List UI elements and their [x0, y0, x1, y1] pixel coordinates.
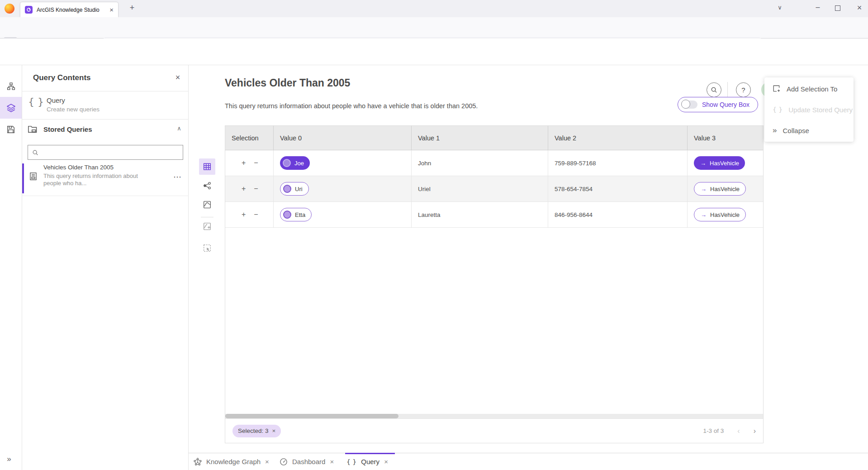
tab-close-icon[interactable]: ×	[265, 458, 269, 465]
left-rail: »	[0, 65, 22, 470]
app-header: Certification Project ? PL publisher2 la…	[0, 38, 868, 65]
menu-item-update-stored-query[interactable]: { } Update Stored Query	[764, 100, 854, 120]
toggle-switch[interactable]	[682, 101, 697, 109]
scrollbar-thumb[interactable]	[225, 414, 398, 418]
tab-knowledge-graph[interactable]: Knowledge Graph ×	[194, 453, 269, 470]
stored-query-description: This query returns information about peo…	[43, 173, 151, 187]
tab-close-icon[interactable]: ×	[384, 458, 388, 465]
panel-title: Query Contents	[33, 73, 91, 82]
row-remove-icon[interactable]: −	[254, 211, 258, 219]
sidebar-item-save[interactable]	[0, 119, 22, 140]
table-cell: Uriel	[412, 176, 548, 202]
node-icon	[283, 211, 291, 219]
view-link-chart-button[interactable]	[199, 177, 215, 194]
sidebar-item-layers[interactable]	[0, 97, 22, 119]
browser-tab[interactable]: ArcGIS Knowledge Studio ×	[20, 2, 118, 17]
pagination: 1-3 of 3 ‹ ›	[703, 427, 756, 435]
tab-close-icon[interactable]: ×	[330, 458, 334, 465]
sidebar-item-contents[interactable]	[0, 75, 22, 97]
stored-queries-search[interactable]	[28, 145, 183, 160]
add-selection-icon	[773, 85, 781, 93]
share-link-icon	[203, 182, 211, 190]
panel-close-icon[interactable]: ×	[173, 73, 182, 82]
table-cell: John	[412, 150, 548, 176]
view-map-button[interactable]	[199, 197, 215, 213]
entity-pill[interactable]: Uri	[280, 182, 309, 196]
window-close-button[interactable]: ×	[854, 3, 865, 13]
stored-queries-header[interactable]: Stored Queries ∧	[22, 122, 189, 141]
save-icon	[7, 125, 15, 134]
show-query-box-label: Show Query Box	[702, 101, 749, 108]
browser-toolbar: ← → ↻ https://dev0028833.esri.com/portal…	[0, 17, 868, 38]
expand-rail-icon[interactable]: »	[4, 455, 14, 464]
show-query-box-toggle[interactable]: Show Query Box	[678, 97, 758, 112]
stored-query-item[interactable]: Vehicles Older Than 2005 This query retu…	[22, 162, 189, 195]
table-cell-relationship: →HasVehicle	[688, 202, 763, 228]
item-menu-icon[interactable]: ⋯	[172, 172, 182, 182]
row-remove-icon[interactable]: −	[254, 159, 258, 167]
table-cell: 846-956-8644	[548, 202, 688, 228]
column-header[interactable]: Value 2	[548, 126, 688, 150]
window-minimize-button[interactable]: –	[812, 3, 823, 11]
arrow-right-icon: →	[701, 211, 707, 218]
new-query-item[interactable]: { } Query Create new queries	[22, 91, 189, 119]
braces-icon: { }	[28, 96, 44, 107]
toggle-knob	[681, 100, 690, 109]
entity-pill[interactable]: Etta	[280, 208, 312, 221]
selected-count-chip[interactable]: Selected: 3 ×	[232, 425, 281, 437]
column-header[interactable]: Value 1	[412, 126, 548, 150]
table-cell-relationship: →HasVehicle	[688, 176, 763, 202]
arrow-right-icon: →	[701, 186, 707, 192]
horizontal-scrollbar[interactable]	[225, 414, 763, 418]
row-add-icon[interactable]: +	[242, 159, 246, 167]
tab-dashboard[interactable]: Dashboard ×	[280, 453, 334, 470]
node-icon	[283, 159, 291, 167]
column-header[interactable]: Selection	[225, 126, 274, 150]
row-add-icon[interactable]: +	[242, 185, 246, 193]
knowledge-graph-icon	[194, 458, 202, 466]
menu-item-collapse[interactable]: » Collapse	[764, 120, 854, 140]
toolbar-divider	[201, 217, 213, 217]
relationship-pill[interactable]: →HasVehicle	[694, 208, 746, 221]
add-to-map-button[interactable]	[199, 218, 215, 235]
row-remove-icon[interactable]: −	[254, 185, 258, 193]
relationship-pill[interactable]: →HasVehicle	[694, 156, 745, 170]
view-table-button[interactable]	[199, 158, 215, 175]
window-maximize-button[interactable]	[835, 5, 840, 11]
help-button[interactable]: ?	[736, 82, 751, 97]
table-cell-entity: Etta	[274, 202, 412, 228]
braces-icon: { }	[773, 106, 783, 113]
query-title: Vehicles Older Than 2005	[225, 77, 350, 89]
search-input[interactable]	[42, 149, 179, 156]
node-icon	[283, 185, 291, 193]
search-button[interactable]	[707, 82, 721, 97]
column-header[interactable]: Value 0	[274, 126, 412, 150]
column-header[interactable]: Value 3	[688, 126, 763, 150]
stored-queries-label: Stored Queries	[43, 125, 92, 133]
menu-item-add-selection-to[interactable]: Add Selection To	[764, 79, 854, 99]
list-tabs-icon[interactable]: ∨	[774, 4, 785, 11]
firefox-icon[interactable]	[5, 4, 14, 14]
tab-close-icon[interactable]: ×	[109, 6, 114, 14]
dashboard-icon	[280, 458, 288, 466]
hierarchy-icon	[7, 82, 15, 90]
page-prev-icon[interactable]: ‹	[737, 427, 740, 435]
stored-query-doc-icon	[29, 172, 38, 181]
collapse-section-icon[interactable]: ∧	[175, 125, 183, 132]
add-to-map-icon	[203, 222, 211, 230]
new-tab-button[interactable]: +	[127, 3, 138, 13]
selected-indicator	[22, 163, 24, 193]
arcgis-favicon-icon	[25, 6, 33, 14]
page-next-icon[interactable]: ›	[754, 427, 756, 435]
tab-query[interactable]: { } Query ×	[346, 453, 388, 470]
relationship-pill[interactable]: →HasVehicle	[694, 182, 746, 196]
select-tool-button[interactable]	[199, 240, 215, 256]
folder-icon	[28, 125, 38, 134]
entity-pill[interactable]: Joe	[280, 156, 310, 170]
table-cell-entity: Uri	[274, 176, 412, 202]
arrow-right-icon: →	[700, 160, 706, 167]
chip-close-icon[interactable]: ×	[272, 427, 276, 434]
new-query-title: Query	[47, 96, 65, 104]
table-footer: Selected: 3 × 1-3 of 3 ‹ ›	[225, 418, 763, 443]
row-add-icon[interactable]: +	[242, 211, 246, 219]
